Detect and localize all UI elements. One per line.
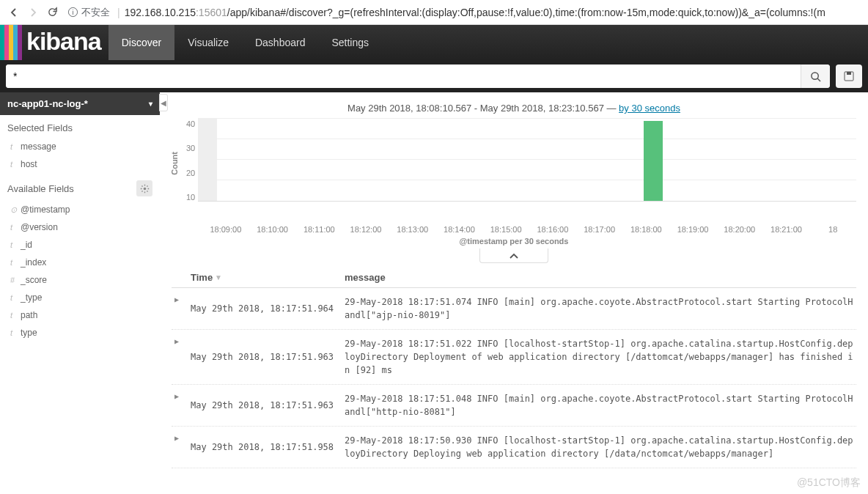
- field-type-icon: t: [10, 142, 21, 151]
- kibana-logo[interactable]: kibana: [0, 25, 108, 60]
- index-pattern-selector[interactable]: nc-app01-nc-log-* ▾: [0, 92, 160, 115]
- field-_index[interactable]: t_index: [0, 254, 160, 271]
- chevron-down-icon: ▾: [149, 100, 152, 108]
- search-bar: [0, 60, 868, 92]
- histogram-bar[interactable]: [644, 121, 663, 201]
- gear-icon: [140, 184, 150, 193]
- chevron-up-icon: [510, 253, 518, 259]
- content-area: ◀ May 29th 2018, 18:08:10.567 - May 29th…: [160, 92, 868, 468]
- browser-chrome: i 不安全 | 192.168.10.215:15601/app/kibana#…: [0, 0, 868, 25]
- info-icon: i: [67, 7, 78, 18]
- field-_id[interactable]: t_id: [0, 236, 160, 254]
- field-type-icon: t: [10, 311, 21, 320]
- insecure-label: 不安全: [81, 6, 110, 19]
- cell-time: May 29th 2018, 18:17:51.964: [191, 295, 345, 322]
- cell-message: 29-May-2018 18:17:50.930 INFO [localhost…: [345, 434, 856, 460]
- svg-line-3: [817, 78, 820, 81]
- y-axis-ticks: 40302010: [186, 119, 198, 202]
- svg-text:i: i: [72, 9, 73, 16]
- field-label: path: [21, 310, 37, 320]
- field-label: _index: [21, 257, 46, 268]
- search-button[interactable]: [801, 64, 830, 88]
- field-type-icon: #: [10, 276, 21, 284]
- index-pattern-label: nc-app01-nc-log-*: [7, 98, 88, 109]
- field-path[interactable]: tpath: [0, 306, 160, 324]
- field-type-icon: t: [10, 293, 21, 302]
- top-nav: kibana DiscoverVisualizeDashboardSetting…: [0, 25, 868, 60]
- table-row: ▶May 29th 2018, 18:17:51.96329-May-2018 …: [172, 385, 856, 427]
- cell-message: 29-May-2018 18:17:51.022 INFO [localhost…: [345, 337, 856, 377]
- nav-tab-dashboard[interactable]: Dashboard: [242, 25, 319, 60]
- interval-link[interactable]: by 30 seconds: [619, 103, 680, 114]
- search-input[interactable]: [6, 64, 801, 88]
- collapse-chart-button[interactable]: [479, 248, 548, 263]
- field-type[interactable]: ttype: [0, 324, 160, 342]
- field-label: @timestamp: [21, 204, 70, 215]
- expand-row-button[interactable]: ▶: [172, 434, 191, 460]
- cell-time: May 29th 2018, 18:17:51.958: [191, 434, 345, 460]
- field-label: type: [21, 328, 37, 338]
- available-fields-header: Available Fields: [0, 173, 160, 201]
- back-button[interactable]: [4, 3, 23, 22]
- nav-tab-discover[interactable]: Discover: [108, 25, 174, 60]
- field-@version[interactable]: t@version: [0, 218, 160, 236]
- field-message[interactable]: tmessage: [0, 138, 160, 155]
- table-row: ▶May 29th 2018, 18:17:51.96329-May-2018 …: [172, 330, 856, 385]
- table-row: ▶May 29th 2018, 18:17:51.95829-May-2018 …: [172, 427, 856, 468]
- cell-message: 29-May-2018 18:17:51.074 INFO [main] org…: [345, 295, 856, 322]
- svg-point-6: [143, 187, 146, 190]
- collapse-sidebar-button[interactable]: ◀: [159, 94, 168, 111]
- sidebar: nc-app01-nc-log-* ▾ Selected Fields tmes…: [0, 92, 160, 468]
- y-axis-label: Count: [170, 152, 179, 175]
- nav-tab-settings[interactable]: Settings: [318, 25, 382, 60]
- expand-row-button[interactable]: ▶: [172, 392, 191, 419]
- column-header-message[interactable]: message: [345, 272, 856, 283]
- histogram-bar-ghost: [198, 119, 217, 201]
- field-@timestamp[interactable]: ⊙@timestamp: [0, 201, 160, 218]
- selected-fields-header: Selected Fields: [0, 115, 160, 138]
- table-row: ▶May 29th 2018, 18:17:51.96429-May-2018 …: [172, 288, 856, 330]
- field-label: @version: [21, 222, 58, 232]
- time-range-header: May 29th 2018, 18:08:10.567 - May 29th 2…: [160, 92, 868, 119]
- save-icon: [843, 70, 855, 82]
- histogram-chart[interactable]: Count 40302010: [160, 119, 868, 222]
- field-_type[interactable]: t_type: [0, 289, 160, 306]
- field-_score[interactable]: #_score: [0, 271, 160, 289]
- field-label: _id: [21, 240, 32, 250]
- cell-time: May 29th 2018, 18:17:51.963: [191, 337, 345, 377]
- results-table: Time ▼ message ▶May 29th 2018, 18:17:51.…: [160, 266, 868, 468]
- field-label: host: [21, 159, 37, 169]
- sort-desc-icon: ▼: [215, 273, 222, 281]
- field-type-icon: t: [10, 223, 21, 232]
- column-header-time[interactable]: Time ▼: [191, 272, 345, 283]
- reload-button[interactable]: [43, 3, 62, 22]
- field-settings-button[interactable]: [136, 180, 152, 196]
- field-type-icon: ⊙: [10, 205, 21, 215]
- field-type-icon: t: [10, 328, 21, 337]
- svg-rect-5: [847, 72, 851, 75]
- plot-area[interactable]: [198, 119, 856, 202]
- svg-point-2: [812, 72, 818, 78]
- field-label: _type: [21, 292, 42, 303]
- field-type-icon: t: [10, 160, 21, 169]
- search-icon: [810, 71, 821, 82]
- forward-button[interactable]: [23, 3, 43, 22]
- expand-row-button[interactable]: ▶: [172, 337, 191, 377]
- field-host[interactable]: thost: [0, 155, 160, 173]
- url-bar[interactable]: i 不安全 | 192.168.10.215:15601/app/kibana#…: [67, 3, 864, 22]
- cell-time: May 29th 2018, 18:17:51.963: [191, 392, 345, 419]
- field-label: message: [21, 141, 56, 152]
- field-label: _score: [21, 275, 47, 285]
- expand-row-button[interactable]: ▶: [172, 295, 191, 322]
- nav-tab-visualize[interactable]: Visualize: [174, 25, 242, 60]
- cell-message: 29-May-2018 18:17:51.048 INFO [main] org…: [345, 392, 856, 419]
- save-search-button[interactable]: [836, 64, 862, 88]
- x-axis-label: @timestamp per 30 seconds: [160, 237, 868, 246]
- field-type-icon: t: [10, 240, 21, 249]
- x-axis-ticks: 18:09:0018:10:0018:11:0018:12:0018:13:00…: [160, 225, 868, 234]
- field-type-icon: t: [10, 258, 21, 267]
